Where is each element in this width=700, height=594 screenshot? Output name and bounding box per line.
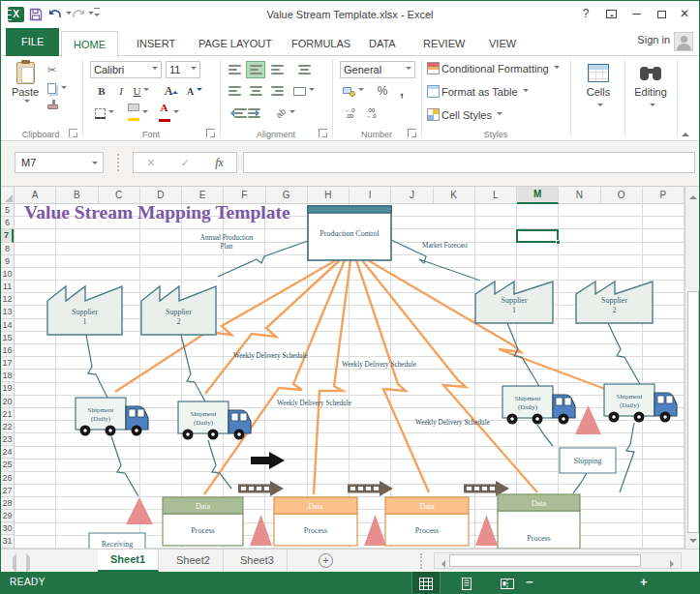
orientation-button[interactable]: ab	[272, 104, 299, 122]
editing-button[interactable]: Editing	[628, 60, 673, 130]
font-dialog-launcher[interactable]	[206, 129, 215, 137]
row-header-12[interactable]: 12	[1, 293, 14, 306]
tab-page-layout[interactable]: PAGE LAYOUT	[187, 31, 284, 56]
row-header-20[interactable]: 20	[1, 396, 14, 408]
sign-in-link[interactable]: Sign in	[637, 34, 670, 45]
clipboard-dialog-launcher[interactable]	[69, 129, 77, 137]
row-header-13[interactable]: 13	[1, 306, 14, 318]
center-button[interactable]	[246, 82, 265, 100]
minimize-button[interactable]	[624, 1, 649, 26]
format-painter-button[interactable]	[47, 104, 58, 109]
tab-formulas[interactable]: FORMULAS	[280, 31, 362, 56]
shrink-font-button[interactable]: A	[185, 82, 204, 100]
formula-input[interactable]	[243, 152, 695, 173]
page-break-preview-button[interactable]	[493, 572, 522, 594]
accounting-format-button[interactable]	[340, 82, 367, 100]
tab-insert[interactable]: INSERT	[125, 31, 187, 56]
font-size-select[interactable]: 11	[166, 61, 200, 78]
row-header-15[interactable]: 15	[1, 332, 14, 344]
scroll-right-button[interactable]	[667, 556, 681, 571]
bottom-align-button[interactable]	[267, 61, 287, 78]
cell-styles-button[interactable]: Cell Styles	[427, 108, 502, 121]
column-header-O[interactable]: O	[601, 187, 643, 204]
decrease-decimal-button[interactable]: .00→.0	[361, 104, 380, 122]
paste-button[interactable]: Paste	[9, 62, 42, 105]
row-header-28[interactable]: 28	[1, 497, 14, 510]
row-header-24[interactable]: 24	[1, 446, 14, 459]
column-header-J[interactable]: J	[391, 187, 433, 204]
column-header-E[interactable]: E	[182, 187, 224, 204]
copy-button[interactable]	[47, 83, 67, 94]
normal-view-button[interactable]	[411, 572, 441, 594]
row-header-11[interactable]: 11	[1, 281, 14, 293]
column-header-L[interactable]: L	[475, 187, 517, 204]
row-header-5[interactable]: 5	[1, 204, 14, 217]
maximize-button[interactable]	[649, 1, 674, 26]
zoom-out-button[interactable]: −	[526, 575, 533, 589]
row-header-9[interactable]: 9	[1, 255, 14, 268]
conditional-formatting-button[interactable]: Conditional Formatting	[427, 62, 560, 74]
column-header-I[interactable]: I	[350, 187, 391, 204]
fill-handle[interactable]	[556, 240, 561, 245]
ribbon-display-options-button[interactable]	[598, 1, 624, 26]
sheet-nav-prev-button[interactable]	[9, 557, 16, 569]
vertical-scrollbar[interactable]	[685, 204, 700, 549]
name-box[interactable]: M7	[15, 152, 104, 173]
column-header-H[interactable]: H	[308, 187, 350, 204]
sheet-tab-sheet2[interactable]: Sheet2	[164, 549, 224, 572]
tab-home[interactable]: HOME	[61, 31, 118, 57]
row-header-8[interactable]: 8	[1, 243, 14, 255]
font-color-button[interactable]: A	[156, 104, 181, 122]
percent-style-button[interactable]: %	[373, 82, 392, 100]
collapse-ribbon-button[interactable]	[682, 129, 689, 136]
horizontal-scroll-thumb[interactable]	[449, 554, 641, 567]
close-button[interactable]: ✕	[672, 1, 697, 26]
row-header-30[interactable]: 30	[1, 522, 14, 535]
cut-button[interactable]: ✂	[47, 64, 56, 76]
cells-area[interactable]	[15, 204, 685, 549]
align-left-button[interactable]	[225, 82, 244, 100]
column-header-F[interactable]: F	[224, 187, 265, 204]
new-sheet-button[interactable]: +	[319, 553, 333, 568]
row-header-17[interactable]: 17	[1, 357, 14, 370]
horizontal-scrollbar[interactable]	[434, 552, 682, 569]
row-header-14[interactable]: 14	[1, 319, 14, 332]
page-layout-view-button[interactable]	[452, 572, 481, 594]
align-right-button[interactable]	[267, 82, 287, 100]
italic-button[interactable]: I	[111, 82, 131, 100]
tab-review[interactable]: REVIEW	[411, 31, 476, 56]
sheet-tab-sheet1[interactable]: Sheet1	[98, 549, 159, 572]
row-header-21[interactable]: 21	[1, 408, 14, 421]
cancel-button[interactable]: ✕	[146, 157, 155, 169]
column-header-B[interactable]: B	[56, 187, 98, 204]
fill-color-button[interactable]	[125, 104, 150, 122]
underline-button[interactable]: U	[129, 82, 154, 100]
row-header-16[interactable]: 16	[1, 344, 14, 357]
alignment-dialog-launcher[interactable]	[319, 129, 327, 137]
row-header-19[interactable]: 19	[1, 382, 14, 395]
row-header-18[interactable]: 18	[1, 370, 14, 382]
row-header-10[interactable]: 10	[1, 268, 14, 281]
number-dialog-launcher[interactable]	[408, 129, 416, 137]
paste-dropdown[interactable]	[24, 100, 30, 105]
enter-button[interactable]: ✓	[181, 157, 190, 169]
bold-button[interactable]: B	[92, 82, 111, 100]
row-header-27[interactable]: 27	[1, 485, 14, 497]
row-header-6[interactable]: 6	[1, 217, 14, 229]
row-header-26[interactable]: 26	[1, 472, 14, 485]
column-header-A[interactable]: A	[15, 187, 56, 204]
select-all-corner[interactable]	[1, 187, 15, 204]
top-align-button[interactable]	[225, 61, 244, 78]
sheet-nav-next-button[interactable]	[26, 557, 34, 569]
tab-view[interactable]: VIEW	[477, 31, 528, 56]
row-header-31[interactable]: 31	[1, 535, 14, 548]
column-header-K[interactable]: K	[434, 187, 475, 204]
help-button[interactable]: ?	[573, 1, 598, 26]
number-format-select[interactable]: General	[340, 61, 415, 78]
column-header-N[interactable]: N	[559, 187, 600, 204]
column-header-G[interactable]: G	[266, 187, 308, 204]
font-name-select[interactable]: Calibri	[90, 61, 162, 78]
comma-style-button[interactable]: ,	[392, 82, 411, 100]
decrease-indent-button[interactable]	[225, 104, 244, 122]
tab-file[interactable]: FILE	[6, 28, 59, 56]
